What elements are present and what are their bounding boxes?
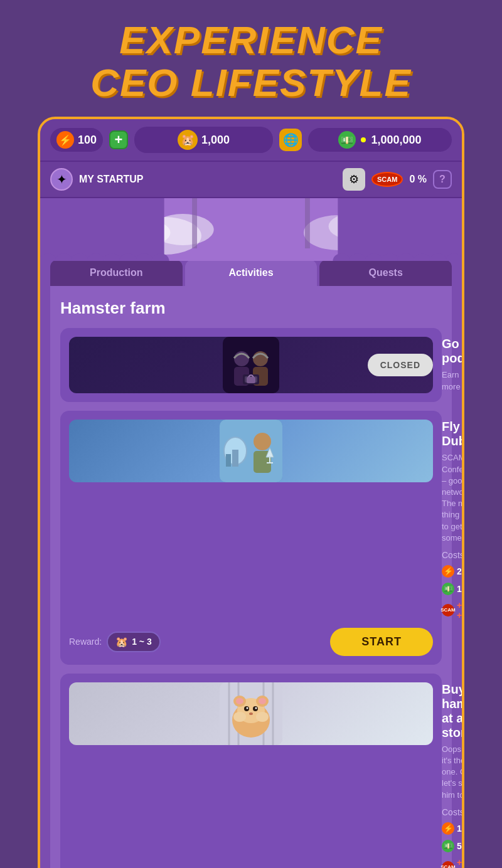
dubai-start-button[interactable]: START: [330, 628, 433, 656]
svg-rect-25: [305, 198, 310, 248]
svg-rect-7: [338, 198, 462, 261]
dubai-image: [69, 420, 433, 482]
petstore-money-icon: 💵: [442, 840, 454, 852]
card-podcast-header: Go on a podcast Earn 100 🐹 more to open …: [69, 337, 433, 393]
hamster-icon: 🐹: [178, 130, 198, 150]
activity-card-dubai: Fly to Dubai SCAM2077 Conference – good …: [60, 411, 442, 665]
svg-point-56: [255, 707, 257, 709]
section-title: Hamster farm: [60, 299, 442, 318]
dubai-desc: SCAM2077 Conference – good old networkin…: [442, 452, 464, 544]
dubai-scam-cost: SCAM +2 ~ +6 %: [442, 600, 464, 620]
energy-widget: ⚡ 100: [50, 128, 103, 152]
petstore-costs-label: Costs:: [442, 807, 464, 817]
svg-point-61: [259, 698, 266, 704]
dubai-costs: Costs: ⚡ 25 💵 120 SCAM +2 ~ +6 %: [442, 550, 464, 620]
dubai-reward-value: 1 ~ 3: [132, 637, 152, 647]
dubai-illustration: [220, 420, 282, 482]
hamster-value: 1,000: [201, 134, 230, 147]
energy-cost-icon: ⚡: [442, 565, 454, 578]
dubai-title: Fly to Dubai: [442, 420, 464, 448]
dubai-scam-range: +2 ~ +6 %: [457, 600, 464, 620]
tab-activities[interactable]: Activities: [185, 260, 318, 286]
tab-bar: Production Activities Quests: [40, 260, 462, 286]
card-podcast-info: Go on a podcast Earn 100 🐹 more to open: [442, 337, 464, 392]
cloud-scene-svg: [40, 198, 462, 261]
dubai-reward-icon: 🐹: [115, 636, 128, 648]
svg-rect-6: [40, 198, 164, 261]
petstore-image: [69, 682, 433, 745]
petstore-scam-range: +1 ~ +4 %: [457, 857, 464, 868]
money-icon: 💵: [338, 131, 356, 149]
tab-quests[interactable]: Quests: [319, 260, 452, 286]
svg-point-59: [236, 698, 243, 704]
hamster-widget: 🐹 1,000: [134, 127, 273, 153]
scam-cost-icon: SCAM: [442, 604, 454, 617]
petstore-costs: Costs: ⚡ 15 💵 50 SCAM +1 ~ +4 %: [442, 807, 464, 868]
startup-logo-icon: ✦: [50, 168, 73, 191]
money-cost-icon: 💵: [442, 583, 454, 595]
podcast-desc: Earn 100 🐹 more to open: [442, 369, 464, 392]
top-bar: ⚡ 100 + 🐹 1,000 🌐 💵 1,000,000: [40, 119, 462, 162]
money-dot: [361, 137, 366, 142]
settings-button[interactable]: ⚙: [343, 168, 365, 191]
petstore-title: Buy a hamster at a pet store: [442, 682, 464, 740]
headline-line2: CEO LIFESTYLE: [90, 61, 412, 104]
svg-rect-38: [232, 450, 238, 467]
dubai-reward-label: Reward:: [69, 637, 102, 647]
podcast-illustration: [223, 337, 279, 393]
startup-bar: ✦ MY STARTUP ⚙ SCAM 0 % ?: [40, 162, 462, 198]
dubai-money-value: 120: [457, 584, 464, 594]
svg-point-52: [256, 712, 269, 722]
svg-rect-33: [247, 377, 255, 383]
svg-rect-41: [269, 457, 270, 462]
tab-production[interactable]: Production: [50, 260, 183, 286]
startup-name: MY STARTUP: [79, 174, 336, 185]
svg-point-39: [254, 433, 271, 450]
petstore-money-value: 50: [457, 841, 464, 851]
add-energy-button[interactable]: +: [109, 130, 128, 149]
petstore-energy-icon: ⚡: [442, 822, 454, 835]
svg-point-51: [233, 712, 246, 722]
svg-rect-24: [192, 198, 197, 248]
headline-line1: EXPERIENCE: [90, 19, 412, 61]
closed-button: CLOSED: [368, 354, 433, 376]
money-value: 1,000,000: [371, 134, 421, 147]
petstore-energy-value: 15: [457, 823, 464, 834]
game-container: ⚡ 100 + 🐹 1,000 🌐 💵 1,000,000 ✦ MY START…: [38, 117, 464, 868]
energy-icon: ⚡: [56, 131, 74, 149]
dubai-footer: Reward: 🐹 1 ~ 3 START: [69, 628, 433, 656]
petstore-scam-icon: SCAM: [442, 861, 454, 868]
dubai-reward-badge: 🐹 1 ~ 3: [107, 632, 161, 652]
scam-percent: 0 %: [409, 174, 427, 185]
energy-value: 100: [78, 134, 97, 147]
petstore-illustration: [220, 682, 282, 745]
money-widget: 💵 1,000,000: [308, 128, 452, 152]
svg-point-57: [249, 712, 253, 715]
activity-card-petstore: Buy a hamster at a pet store Oops, I thi…: [60, 674, 442, 868]
petstore-energy-cost: ⚡ 15: [442, 822, 464, 835]
cloud-scene: [40, 198, 462, 261]
headline-section: EXPERIENCE CEO LIFESTYLE: [78, 0, 424, 117]
petstore-scam-cost: SCAM +1 ~ +4 %: [442, 857, 464, 868]
dubai-energy-cost: ⚡ 25: [442, 565, 464, 578]
card-petstore-info: Buy a hamster at a pet store Oops, I thi…: [442, 682, 464, 868]
petstore-desc: Oops, I think it's the wrong one. Okay, …: [442, 744, 464, 801]
content-area: Hamster farm: [50, 286, 452, 868]
card-petstore-header: Buy a hamster at a pet store Oops, I thi…: [69, 682, 433, 868]
dubai-money-cost: 💵 120: [442, 583, 464, 595]
dubai-reward-area: Reward: 🐹 1 ~ 3: [69, 632, 161, 652]
card-dubai-header: Fly to Dubai SCAM2077 Conference – good …: [69, 420, 433, 620]
svg-rect-37: [226, 454, 231, 467]
svg-rect-26: [223, 337, 279, 393]
scam-badge: SCAM: [371, 172, 403, 187]
dubai-costs-label: Costs:: [442, 550, 464, 560]
activity-card-podcast: Go on a podcast Earn 100 🐹 more to open …: [60, 328, 442, 402]
petstore-money-cost: 💵 50: [442, 840, 464, 852]
card-dubai-info: Fly to Dubai SCAM2077 Conference – good …: [442, 420, 464, 620]
svg-point-55: [247, 707, 248, 709]
podcast-title: Go on a podcast: [442, 337, 464, 366]
globe-button[interactable]: 🌐: [279, 129, 302, 151]
dubai-energy-value: 25: [457, 566, 464, 576]
svg-rect-42: [267, 462, 273, 463]
help-button[interactable]: ?: [433, 170, 452, 189]
